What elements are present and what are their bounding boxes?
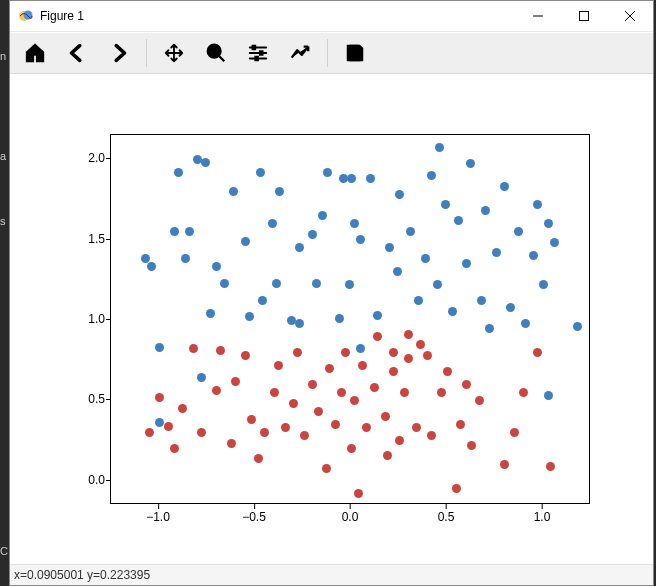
scatter-point-blue (477, 296, 486, 305)
scatter-point-blue (345, 280, 354, 289)
scatter-point-red (362, 423, 371, 432)
toolbar-edit-button[interactable] (280, 35, 320, 71)
scatter-point-blue (421, 254, 430, 263)
scatter-point-red (254, 454, 263, 463)
scatter-point-blue (197, 373, 206, 382)
scatter-point-red (462, 380, 471, 389)
svg-point-6 (208, 45, 221, 58)
window-minimize-button[interactable] (515, 1, 561, 31)
toolbar-zoom-button[interactable] (196, 35, 236, 71)
scatter-point-blue (312, 279, 321, 288)
svg-line-7 (219, 56, 225, 62)
svg-rect-12 (260, 51, 263, 55)
scatter-point-red (341, 348, 350, 357)
scatter-point-red (358, 361, 367, 370)
scatter-point-red (467, 441, 476, 450)
scatter-point-red (350, 396, 359, 405)
scatter-point-red (389, 367, 398, 376)
y-tick-label: 1.5 (65, 232, 105, 246)
scatter-point-blue (241, 237, 250, 246)
toolbar-back-button[interactable] (57, 35, 97, 71)
scatter-point-blue (174, 168, 183, 177)
scatter-point-red (373, 332, 382, 341)
x-tick-label: 0.0 (342, 510, 359, 524)
zoom-icon (205, 42, 227, 64)
scatter-point-red (164, 422, 173, 431)
scatter-point-red (300, 431, 309, 440)
toolbar (10, 32, 653, 74)
scatter-point-blue (550, 238, 559, 247)
scatter-point-blue (295, 319, 304, 328)
scatter-point-red (437, 388, 446, 397)
scatter-point-blue (492, 248, 501, 257)
y-tick-label: 2.0 (65, 151, 105, 165)
scatter-point-blue (521, 319, 530, 328)
window-maximize-button[interactable] (561, 1, 607, 31)
scatter-point-blue (318, 211, 327, 220)
scatter-point-blue (539, 280, 548, 289)
scatter-point-red (456, 420, 465, 429)
scatter-point-blue (466, 159, 475, 168)
scatter-point-blue (155, 418, 164, 427)
x-tick-label: −1.0 (146, 510, 170, 524)
svg-rect-13 (255, 57, 258, 61)
scatter-point-blue (500, 182, 509, 191)
figure-window: Figure 1 (9, 0, 654, 586)
scatter-point-red (227, 439, 236, 448)
scatter-point-red (155, 393, 164, 402)
scatter-point-blue (406, 227, 415, 236)
scatter-point-blue (256, 168, 265, 177)
scatter-point-red (404, 354, 413, 363)
scatter-point-blue (393, 267, 402, 276)
scatter-point-blue (185, 227, 194, 236)
scatter-point-red (395, 436, 404, 445)
scatter-point-red (400, 388, 409, 397)
cursor-coordinates: x=0.0905001 y=0.223395 (14, 568, 150, 582)
scatter-point-blue (347, 174, 356, 183)
window-close-button[interactable] (607, 1, 653, 31)
scatter-point-blue (366, 174, 375, 183)
scatter-point-red (452, 484, 461, 493)
scatter-point-red (216, 346, 225, 355)
pan-icon (163, 42, 185, 64)
toolbar-save-button[interactable] (335, 35, 375, 71)
scatter-point-blue (245, 312, 254, 321)
scatter-point-red (231, 377, 240, 386)
scatter-point-blue (268, 219, 277, 228)
scatter-point-blue (308, 230, 317, 239)
scatter-point-red (212, 386, 221, 395)
toolbar-separator (146, 39, 147, 67)
toolbar-subplots-button[interactable] (238, 35, 278, 71)
scatter-point-red (293, 348, 302, 357)
svg-rect-3 (580, 12, 589, 21)
save-icon (344, 42, 366, 64)
scatter-point-blue (441, 200, 450, 209)
figure-canvas[interactable]: 0.00.51.01.52.0 −1.0−0.50.00.51.0 (10, 74, 653, 564)
scatter-point-red (383, 451, 392, 460)
scatter-point-blue (544, 219, 553, 228)
scatter-point-red (404, 330, 413, 339)
scatter-point-red (423, 351, 432, 360)
status-bar: x=0.0905001 y=0.223395 (10, 564, 653, 585)
scatter-point-blue (373, 311, 382, 320)
toolbar-home-button[interactable] (15, 35, 55, 71)
scatter-point-red (533, 348, 542, 357)
toolbar-pan-button[interactable] (154, 35, 194, 71)
x-tick-label: 1.0 (534, 510, 551, 524)
scatter-point-blue (433, 280, 442, 289)
scatter-point-red (189, 344, 198, 353)
toolbar-forward-button[interactable] (99, 35, 139, 71)
back-icon (66, 42, 88, 64)
scatter-point-blue (481, 206, 490, 215)
window-title: Figure 1 (40, 9, 84, 23)
scatter-point-blue (295, 243, 304, 252)
scatter-point-blue (220, 279, 229, 288)
forward-icon (108, 42, 130, 64)
scatter-point-blue (395, 190, 404, 199)
scatter-point-red (331, 420, 340, 429)
scatter-point-blue (155, 343, 164, 352)
scatter-point-blue (323, 168, 332, 177)
scatter-point-red (412, 423, 421, 432)
scatter-point-blue (229, 187, 238, 196)
scatter-point-blue (212, 262, 221, 271)
